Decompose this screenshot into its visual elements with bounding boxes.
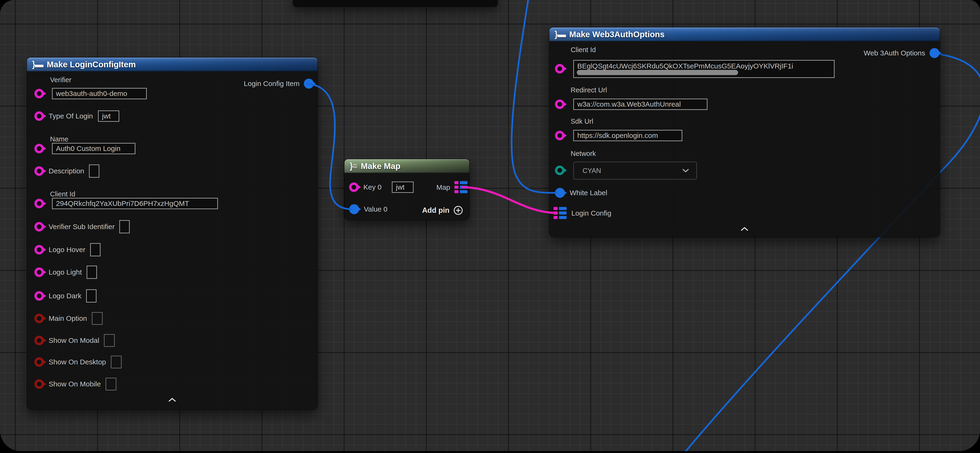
value0-pin[interactable] bbox=[349, 204, 359, 214]
map-output-label: Map bbox=[436, 183, 450, 191]
client-id-pin-row bbox=[34, 199, 44, 208]
logo-light-input[interactable] bbox=[87, 266, 97, 279]
type-of-login-pin[interactable] bbox=[34, 111, 44, 121]
client-id-scrollbar[interactable] bbox=[577, 70, 738, 75]
offscreen-node-bottom-edge[interactable] bbox=[293, 0, 498, 7]
description-row: Description bbox=[34, 165, 99, 178]
show-on-desktop-pin[interactable] bbox=[34, 357, 44, 367]
logo-dark-input[interactable] bbox=[86, 289, 97, 303]
client-id-text: BEglQSgt4cUWcj6SKRdu5QkOXTsePmMcusG5EAoy… bbox=[577, 62, 793, 70]
node-title: Make Map bbox=[361, 162, 400, 171]
sdk-url-label: Sdk Url bbox=[571, 117, 593, 125]
sdk-url-pin[interactable] bbox=[555, 131, 565, 140]
white-label-label: White Label bbox=[570, 189, 607, 197]
show-on-mobile-row: Show On Mobile bbox=[34, 378, 116, 390]
logo-light-label: Logo Light bbox=[49, 268, 82, 276]
type-of-login-label: Type Of Login bbox=[49, 112, 93, 120]
node-header-make-web3authoptions[interactable]: }▬ Make Web3AuthOptions bbox=[549, 27, 940, 41]
network-pin-row bbox=[555, 166, 565, 175]
description-input[interactable] bbox=[89, 165, 99, 178]
name-pin[interactable] bbox=[34, 144, 44, 153]
output-pin-row: Web 3Auth Options bbox=[864, 48, 939, 58]
logo-hover-label: Logo Hover bbox=[49, 246, 85, 254]
sdk-url-pin-row bbox=[555, 131, 565, 140]
show-on-mobile-pin[interactable] bbox=[34, 379, 44, 389]
show-on-mobile-checkbox[interactable] bbox=[105, 378, 116, 390]
network-selected-value: CYAN bbox=[582, 167, 601, 174]
value0-row: Value 0 bbox=[349, 204, 388, 214]
description-pin[interactable] bbox=[34, 166, 44, 176]
map-output-pin[interactable] bbox=[454, 181, 468, 193]
show-on-modal-row: Show On Modal bbox=[34, 334, 115, 347]
description-label: Description bbox=[49, 167, 84, 175]
show-on-modal-label: Show On Modal bbox=[49, 336, 99, 344]
verifier-sub-identifier-pin[interactable] bbox=[34, 222, 44, 231]
show-on-desktop-label: Show On Desktop bbox=[49, 358, 106, 366]
verifier-sub-identifier-input[interactable] bbox=[119, 220, 130, 233]
logo-hover-input[interactable] bbox=[90, 243, 100, 257]
type-of-login-input[interactable]: jwt bbox=[98, 111, 119, 122]
client-id-pin[interactable] bbox=[555, 64, 565, 73]
add-pin-label: Add pin bbox=[422, 206, 449, 215]
node-header-make-map[interactable]: }≡ Make Map bbox=[344, 159, 469, 173]
node-make-map[interactable]: }≡ Make Map Key 0 jwt Map Value 0 Add pi… bbox=[344, 159, 469, 220]
logo-dark-row: Logo Dark bbox=[34, 289, 97, 303]
sdk-url-input[interactable]: https://sdk.openlogin.com bbox=[573, 130, 682, 141]
redirect-url-label: Redirect Url bbox=[571, 86, 607, 94]
chevron-down-icon bbox=[682, 168, 689, 173]
client-id-label: Client Id bbox=[50, 190, 75, 198]
client-id-input[interactable]: BEglQSgt4cUWcj6SKRdu5QkOXTsePmMcusG5EAoy… bbox=[573, 60, 835, 78]
show-on-mobile-label: Show On Mobile bbox=[49, 380, 101, 388]
web3auth-options-output-pin[interactable] bbox=[929, 48, 939, 58]
client-id-pin-row bbox=[555, 64, 565, 73]
network-label: Network bbox=[571, 150, 596, 158]
node-header-make-loginconfigitem[interactable]: }▬ Make LoginConfigItem bbox=[27, 57, 318, 71]
collapse-node-chevron-icon[interactable] bbox=[740, 227, 749, 231]
make-struct-icon: }▬ bbox=[32, 60, 43, 69]
node-make-web3authoptions[interactable]: }▬ Make Web3AuthOptions Web 3Auth Option… bbox=[549, 27, 940, 237]
login-config-row: Login Config bbox=[554, 207, 611, 219]
make-map-icon: }≡ bbox=[350, 162, 357, 170]
key0-pin[interactable] bbox=[349, 182, 359, 192]
verifier-sub-identifier-row: Verifier Sub Identifier bbox=[34, 220, 130, 233]
main-option-pin[interactable] bbox=[34, 314, 44, 323]
collapse-node-chevron-icon[interactable] bbox=[168, 398, 176, 402]
key0-input[interactable]: jwt bbox=[392, 182, 414, 193]
logo-light-row: Logo Light bbox=[34, 266, 97, 279]
node-title: Make Web3AuthOptions bbox=[569, 30, 665, 39]
network-pin[interactable] bbox=[555, 166, 565, 175]
redirect-url-input[interactable]: w3a://com.w3a.Web3AuthUnreal bbox=[573, 98, 708, 110]
client-id-input[interactable]: 294QRkchfq2YaXUbPri7D6PH7xzHgQMT bbox=[52, 198, 218, 209]
key0-row: Key 0 bbox=[349, 182, 382, 192]
show-on-desktop-row: Show On Desktop bbox=[34, 356, 122, 368]
add-pin-button[interactable]: Add pin bbox=[422, 206, 463, 215]
node-make-loginconfigitem[interactable]: }▬ Make LoginConfigItem Login Config Ite… bbox=[27, 57, 318, 410]
output-pin-label: Web 3Auth Options bbox=[864, 49, 925, 57]
show-on-modal-pin[interactable] bbox=[34, 336, 44, 345]
show-on-modal-checkbox[interactable] bbox=[104, 334, 115, 347]
name-label: Name bbox=[50, 135, 68, 143]
verifier-pin-row bbox=[34, 89, 44, 98]
login-config-item-output-pin[interactable] bbox=[304, 79, 314, 89]
redirect-url-pin[interactable] bbox=[555, 100, 565, 109]
login-config-pin[interactable] bbox=[554, 207, 566, 219]
make-struct-icon: }▬ bbox=[555, 30, 565, 39]
show-on-desktop-checkbox[interactable] bbox=[111, 356, 122, 368]
type-of-login-row: Type Of Login bbox=[34, 111, 93, 121]
logo-dark-pin[interactable] bbox=[34, 291, 44, 301]
verifier-pin[interactable] bbox=[34, 89, 44, 98]
network-dropdown[interactable]: CYAN bbox=[573, 162, 697, 180]
logo-light-pin[interactable] bbox=[34, 268, 44, 277]
verifier-input[interactable]: web3auth-auth0-demo bbox=[52, 88, 147, 99]
white-label-pin[interactable] bbox=[555, 188, 565, 198]
redirect-url-pin-row bbox=[555, 100, 565, 109]
map-output-row: Map bbox=[436, 181, 468, 193]
client-id-pin[interactable] bbox=[34, 199, 44, 208]
logo-hover-pin[interactable] bbox=[34, 245, 44, 255]
white-label-row: White Label bbox=[555, 188, 607, 198]
graph-canvas[interactable]: }▬ Make LoginConfigItem Login Config Ite… bbox=[0, 0, 980, 451]
main-option-label: Main Option bbox=[49, 314, 87, 322]
main-option-checkbox[interactable] bbox=[92, 312, 103, 325]
blueprint-editor: }▬ Make LoginConfigItem Login Config Ite… bbox=[0, 0, 980, 453]
name-input[interactable]: Auth0 Custom Login bbox=[52, 143, 135, 154]
